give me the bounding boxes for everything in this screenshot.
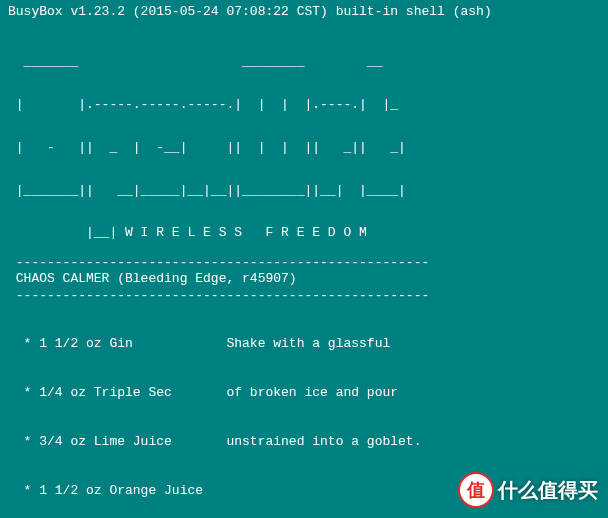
busybox-banner: BusyBox v1.23.2 (2015-05-24 07:08:22 CST… [8, 4, 600, 20]
art-line: _______ ________ __ [8, 55, 600, 69]
recipe-line: * 1/4 oz Triple Sec of broken ice and po… [8, 385, 600, 401]
watermark: 值 什么值得买 [458, 472, 598, 508]
art-line: | - || _ | -__| || | | || _|| _| [8, 141, 600, 155]
ascii-art-logo: _______ ________ __ | |.-----.-----.----… [8, 26, 600, 255]
art-line: | |.-----.-----.-----.| | | |.----.| |_ [8, 98, 600, 112]
recipe-line: * 3/4 oz Lime Juice unstrained into a go… [8, 434, 600, 450]
recipe-line: * 1 1/2 oz Gin Shake with a glassful [8, 336, 600, 352]
watermark-badge-icon: 值 [458, 472, 494, 508]
release-line: CHAOS CALMER (Bleeding Edge, r45907) [8, 271, 600, 287]
watermark-text: 什么值得买 [498, 478, 598, 503]
divider: ----------------------------------------… [8, 288, 600, 304]
divider: ----------------------------------------… [8, 255, 600, 271]
art-line: |__| W I R E L E S S F R E E D O M [8, 226, 600, 240]
art-line: |_______|| __|_____|__|__||________||__|… [8, 184, 600, 198]
